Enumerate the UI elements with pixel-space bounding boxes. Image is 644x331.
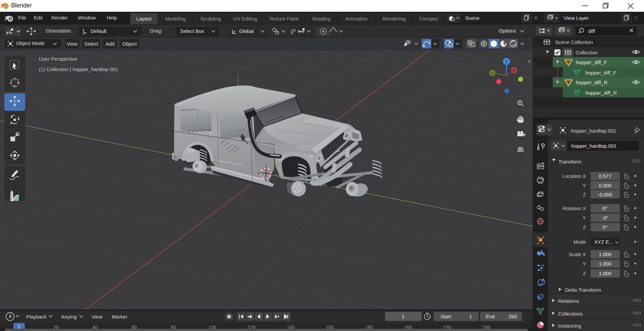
svg-text:XYZ E...: XYZ E... — [594, 239, 613, 245]
svg-text:1: 1 — [18, 324, 20, 329]
svg-text:0°: 0° — [603, 224, 607, 230]
svg-text:0°: 0° — [603, 205, 607, 211]
svg-text:View: View — [92, 314, 102, 320]
svg-text:Scale X: Scale X — [569, 251, 586, 257]
svg-text:hopper_diff_R: hopper_diff_R — [576, 80, 607, 85]
svg-text:hopper_diff_R: hopper_diff_R — [585, 90, 617, 96]
svg-text:0.000: 0.000 — [599, 183, 611, 188]
svg-text:Mode: Mode — [573, 239, 586, 245]
svg-text:Z: Z — [583, 224, 586, 230]
svg-text:1.000: 1.000 — [599, 251, 611, 257]
svg-text:hopper_diff_F: hopper_diff_F — [576, 59, 607, 65]
svg-text:0.577: 0.577 — [599, 173, 611, 179]
svg-text:Keying: Keying — [61, 314, 77, 320]
svg-text:diff: diff — [588, 28, 595, 34]
svg-text:1: 1 — [469, 314, 472, 319]
svg-text:Z: Z — [505, 59, 507, 64]
svg-text:1: 1 — [402, 314, 405, 319]
svg-text:1.000: 1.000 — [599, 271, 611, 276]
svg-text:Y: Y — [583, 261, 586, 267]
svg-text:Y: Y — [583, 215, 586, 221]
svg-text:Start: Start — [440, 314, 451, 319]
svg-text:Playback: Playback — [26, 314, 47, 320]
svg-text:Scene: Scene — [465, 15, 480, 21]
svg-text:Location X: Location X — [562, 173, 586, 179]
svg-text:250: 250 — [508, 314, 517, 319]
svg-text:-0°: -0° — [602, 215, 608, 221]
svg-text:X: X — [513, 68, 516, 73]
svg-text:hopper_diff_F: hopper_diff_F — [585, 70, 616, 76]
svg-text:Collections: Collections — [558, 311, 583, 317]
svg-text:Rotation X: Rotation X — [562, 205, 586, 211]
svg-text:Delta Transform: Delta Transform — [565, 287, 601, 293]
svg-text:View Layer: View Layer — [564, 15, 589, 21]
svg-text:Y: Y — [583, 183, 586, 188]
svg-text:Z: Z — [583, 192, 586, 197]
svg-text:Z: Z — [583, 271, 586, 276]
svg-text:Relations: Relations — [558, 298, 579, 304]
svg-text:Scene Collection: Scene Collection — [555, 39, 593, 45]
svg-text:Marker: Marker — [112, 314, 127, 320]
svg-text:Instancing: Instancing — [558, 323, 581, 329]
svg-text:Collection: Collection — [576, 50, 598, 55]
svg-text:-0.000: -0.000 — [598, 192, 612, 197]
svg-text:End: End — [486, 314, 495, 319]
svg-text:Y: Y — [491, 71, 494, 75]
svg-text:1.000: 1.000 — [599, 261, 611, 267]
